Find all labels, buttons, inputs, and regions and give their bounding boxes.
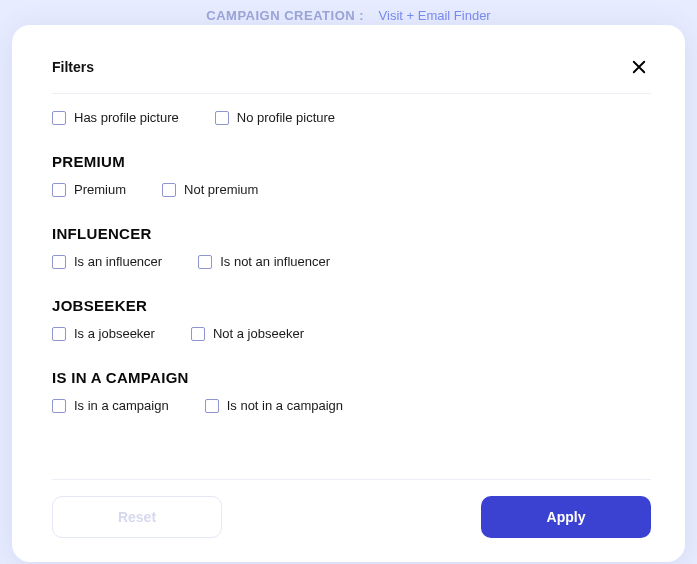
checkbox-has-profile-picture[interactable]: Has profile picture xyxy=(52,110,179,125)
checkbox-label: Not a jobseeker xyxy=(213,326,304,341)
filters-modal: Filters Has profile picture No profile p… xyxy=(12,25,685,562)
jobseeker-row: Is a jobseeker Not a jobseeker xyxy=(52,326,635,341)
header-value: Visit + Email Finder xyxy=(379,8,491,23)
checkbox-label: Is not in a campaign xyxy=(227,398,343,413)
campaign-row: Is in a campaign Is not in a campaign xyxy=(52,398,635,413)
checkbox-label: No profile picture xyxy=(237,110,335,125)
checkbox-box-icon xyxy=(198,255,212,269)
checkbox-label: Is an influencer xyxy=(74,254,162,269)
jobseeker-heading: JOBSEEKER xyxy=(52,297,635,314)
checkbox-is-influencer[interactable]: Is an influencer xyxy=(52,254,162,269)
checkbox-box-icon xyxy=(52,327,66,341)
checkbox-in-campaign[interactable]: Is in a campaign xyxy=(52,398,169,413)
header-label: CAMPAIGN CREATION : xyxy=(206,8,364,23)
checkbox-box-icon xyxy=(52,255,66,269)
reset-button[interactable]: Reset xyxy=(52,496,222,538)
checkbox-label: Is in a campaign xyxy=(74,398,169,413)
modal-header: Filters xyxy=(52,55,651,94)
checkbox-label: Premium xyxy=(74,182,126,197)
checkbox-not-jobseeker[interactable]: Not a jobseeker xyxy=(191,326,304,341)
checkbox-is-jobseeker[interactable]: Is a jobseeker xyxy=(52,326,155,341)
campaign-heading: IS IN A CAMPAIGN xyxy=(52,369,635,386)
modal-footer: Reset Apply xyxy=(52,479,651,538)
close-button[interactable] xyxy=(627,55,651,79)
checkbox-not-premium[interactable]: Not premium xyxy=(162,182,258,197)
profile-picture-row: Has profile picture No profile picture xyxy=(52,110,635,125)
checkbox-not-influencer[interactable]: Is not an influencer xyxy=(198,254,330,269)
checkbox-box-icon xyxy=(205,399,219,413)
checkbox-box-icon xyxy=(215,111,229,125)
checkbox-box-icon xyxy=(191,327,205,341)
checkbox-no-profile-picture[interactable]: No profile picture xyxy=(215,110,335,125)
checkbox-box-icon xyxy=(162,183,176,197)
premium-row: Premium Not premium xyxy=(52,182,635,197)
checkbox-label: Not premium xyxy=(184,182,258,197)
checkbox-label: Is not an influencer xyxy=(220,254,330,269)
close-icon xyxy=(630,58,648,76)
influencer-row: Is an influencer Is not an influencer xyxy=(52,254,635,269)
checkbox-label: Has profile picture xyxy=(74,110,179,125)
premium-heading: PREMIUM xyxy=(52,153,635,170)
modal-title: Filters xyxy=(52,59,94,75)
checkbox-box-icon xyxy=(52,111,66,125)
influencer-heading: INFLUENCER xyxy=(52,225,635,242)
checkbox-not-in-campaign[interactable]: Is not in a campaign xyxy=(205,398,343,413)
checkbox-premium[interactable]: Premium xyxy=(52,182,126,197)
checkbox-label: Is a jobseeker xyxy=(74,326,155,341)
checkbox-box-icon xyxy=(52,183,66,197)
checkbox-box-icon xyxy=(52,399,66,413)
apply-button[interactable]: Apply xyxy=(481,496,651,538)
filters-scroll-area[interactable]: Has profile picture No profile picture P… xyxy=(52,110,651,479)
